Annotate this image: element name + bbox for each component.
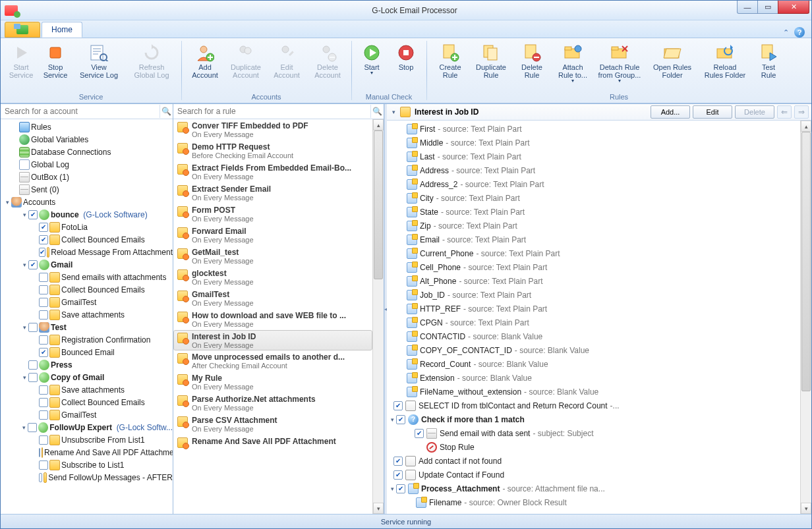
tree-bounce[interactable]: ▾bounce (G-Lock Software) (1, 208, 173, 221)
field-row[interactable]: First - source: Text Plain Part (388, 122, 800, 136)
tree-rmfa[interactable]: Reload Message From Attachment (1, 246, 173, 258)
open-rules-folder-button[interactable]: Open Rules Folder (647, 40, 698, 82)
checkbox[interactable] (28, 423, 36, 432)
detach-rule-button[interactable]: Detach Rule from Group... ▾ (594, 40, 645, 86)
checkbox[interactable] (39, 473, 42, 482)
expand-icon[interactable]: ▾ (3, 199, 11, 206)
tree-regconf[interactable]: Registration Confirmation (1, 333, 173, 346)
rule-search-input[interactable] (173, 104, 370, 119)
checkbox[interactable] (39, 398, 48, 407)
field-row[interactable]: Alt_Phone - source: Text Plain Part (388, 274, 800, 288)
refresh-global-log-button[interactable]: Refresh Global Log (126, 40, 177, 82)
rules-scrollbar[interactable]: ▴ ▾ (372, 119, 384, 514)
nav-next-icon[interactable]: ⇒ (794, 105, 809, 119)
field-row[interactable]: Middle - source: Text Plain Part (388, 136, 800, 150)
tree-cbe2[interactable]: Collect Bounced Emails (1, 283, 173, 296)
checkbox[interactable] (396, 415, 405, 424)
checkbox[interactable] (39, 335, 48, 345)
checkbox[interactable] (39, 435, 48, 445)
field-row[interactable]: Extension - source: Blank Value (388, 371, 800, 385)
rule-item[interactable]: Interest in Job ID On Every Message (173, 330, 372, 350)
rule-item[interactable]: glocktest On Every Message (173, 267, 372, 288)
tree-accounts[interactable]: ▾Accounts (1, 196, 173, 208)
field-row[interactable]: HTTP_REF - source: Text Plain Part (388, 302, 800, 316)
checkbox[interactable] (39, 285, 48, 294)
checkbox[interactable] (39, 235, 48, 244)
checkbox[interactable] (39, 248, 45, 257)
create-rule-button[interactable]: Create Rule (430, 40, 470, 82)
edit-account-button[interactable]: Edit Account (267, 40, 306, 82)
rule-item[interactable]: Extract Sender Email On Every Message (173, 182, 372, 204)
rule-item[interactable]: Parse CSV Attachment On Every Message (173, 414, 372, 435)
checkbox[interactable] (415, 429, 424, 438)
expand-icon[interactable]: ▾ (388, 486, 396, 492)
tree-globlog[interactable]: Global Log (1, 158, 173, 171)
duplicate-account-button[interactable]: Duplicate Account (226, 40, 266, 82)
checkbox[interactable] (39, 298, 48, 307)
tree-sent[interactable]: Sent (0) (1, 183, 173, 196)
tree-fotolia[interactable]: FotoLia (1, 221, 173, 233)
field-row[interactable]: Address_2 - source: Text Plain Part (388, 177, 800, 191)
duplicate-rule-button[interactable]: Duplicate Rule (471, 40, 511, 82)
add-account-button[interactable]: Add Account (185, 40, 225, 82)
checkbox[interactable] (393, 470, 403, 480)
stop-service-button[interactable]: Stop Service (39, 40, 72, 82)
expand-icon[interactable]: ▾ (20, 324, 28, 331)
delete-account-button[interactable]: Delete Account (308, 40, 347, 82)
rule-item[interactable]: Forward Email On Every Message (173, 225, 372, 246)
tree-rules[interactable]: Rules (1, 121, 173, 133)
manual-start-button[interactable]: Start ▾ (355, 40, 388, 78)
manual-stop-button[interactable]: Stop (390, 40, 422, 74)
rule-item[interactable]: My Rule On Every Message (173, 372, 372, 393)
tree-unsub[interactable]: Unsubscribe From List1 (1, 433, 173, 446)
checkbox[interactable] (39, 385, 48, 395)
rule-item[interactable]: Move unprocessed emails to another d... … (173, 350, 372, 372)
account-search-input[interactable] (1, 104, 160, 119)
field-row[interactable]: Email - source: Text Plain Part (388, 233, 800, 246)
expand-icon[interactable]: ▾ (388, 416, 396, 423)
rule-item[interactable]: Rename And Save All PDF Attachment (173, 435, 372, 450)
tree-sendfu[interactable]: Send FollowUp Messages - AFTER (1, 471, 173, 484)
attach-rule-button[interactable]: Attach Rule to... ▾ (553, 40, 593, 86)
rule-item[interactable]: GetMail_test On Every Message (173, 246, 372, 267)
checkbox[interactable] (393, 457, 403, 466)
checkbox[interactable] (39, 310, 48, 320)
rule-item[interactable]: Form POST On Every Message (173, 204, 372, 225)
scroll-up-icon[interactable]: ▴ (373, 119, 384, 130)
field-row[interactable]: CONTACTID - source: Blank Value (388, 329, 800, 343)
start-service-button[interactable]: Start Service (5, 40, 38, 82)
field-row[interactable]: Zip - source: Text Plain Part (388, 219, 800, 233)
checkbox[interactable] (28, 260, 38, 269)
checkbox[interactable] (396, 484, 405, 493)
rule-item[interactable]: Extract Fields From Embedded Email-Bo...… (173, 161, 372, 182)
field-row[interactable]: Cell_Phone - source: Text Plain Part (388, 260, 800, 274)
scroll-down-icon[interactable]: ▾ (373, 503, 384, 514)
checkbox[interactable] (39, 410, 48, 420)
help-icon[interactable]: ? (794, 27, 805, 38)
rule-item[interactable]: How to download and save WEB file to ...… (173, 309, 372, 330)
reload-rules-folder-button[interactable]: Reload Rules Folder (699, 40, 751, 82)
file-tab[interactable] (5, 22, 40, 38)
tree-copygmail[interactable]: ▾Copy of Gmail (1, 371, 173, 383)
tree-outbox[interactable]: OutBox (1) (1, 171, 173, 183)
field-row[interactable]: Current_Phone - source: Text Plain Part (388, 246, 800, 260)
field-row[interactable]: Filename - source: Owner Block Result (388, 495, 800, 509)
tree-cbe3[interactable]: Collect Bounced Emails (1, 396, 173, 408)
rule-item[interactable]: Conver TIFF Embedded to PDF On Every Mes… (173, 119, 372, 140)
field-row[interactable]: ▾Process_Attachment - source: Attachment… (388, 482, 800, 495)
field-row[interactable]: SELECT ID from tblContact and Return Rec… (388, 399, 800, 412)
window-maximize-button[interactable]: ▭ (757, 1, 778, 14)
ribbon-collapse-icon[interactable]: ⌃ (783, 28, 789, 37)
tree-saveatt[interactable]: Save attachments (1, 308, 173, 321)
tree-sewa[interactable]: Send emails with attachments (1, 271, 173, 283)
tab-home[interactable]: Home (42, 22, 82, 38)
rule-item[interactable]: Parse Authorize.Net attachments On Every… (173, 393, 372, 414)
field-row[interactable]: Add contact if not found (388, 454, 800, 468)
add-button[interactable]: Add... (651, 105, 690, 119)
tree-renpdf[interactable]: Rename And Save All PDF Attachments (1, 446, 173, 459)
search-icon[interactable]: 🔍 (160, 105, 173, 118)
search-icon[interactable]: 🔍 (370, 105, 384, 118)
field-row[interactable]: Update Contact if Found (388, 468, 800, 482)
tree-cbe[interactable]: Collect Bounced Emails (1, 233, 173, 246)
scroll-up-icon[interactable]: ▴ (801, 121, 811, 132)
